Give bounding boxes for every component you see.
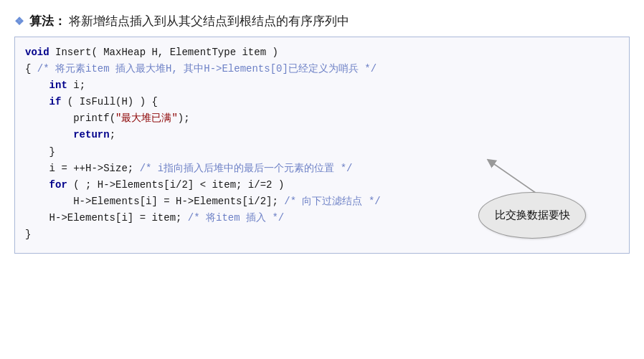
callout-bubble: 比交换数据要快 [478,192,586,239]
header-desc: 将新增结点插入到从其父结点到根结点的有序序列中 [69,13,349,29]
code-container: void Insert( MaxHeap H, ElementType item… [14,37,630,254]
code-line: if ( IsFull(H) ) { [25,94,619,110]
header-line: ❖ 算法： 将新增结点插入到从其父结点到根结点的有序序列中 [14,13,630,29]
code-line: void Insert( MaxHeap H, ElementType item… [25,44,619,61]
callout-arrow [482,158,546,197]
code-line: printf("最大堆已满"); [25,110,619,127]
code-line: { /* 将元素item 插入最大堆H, 其中H->Elements[0]已经定… [25,61,619,77]
callout-text: 比交换数据要快 [495,206,570,224]
callout-wrapper: 比交换数据要快 [478,192,586,239]
code-line: return; [25,127,619,143]
code-line: int i; [25,77,619,94]
diamond-icon: ❖ [14,15,24,28]
header-label: 算法： [29,13,66,29]
